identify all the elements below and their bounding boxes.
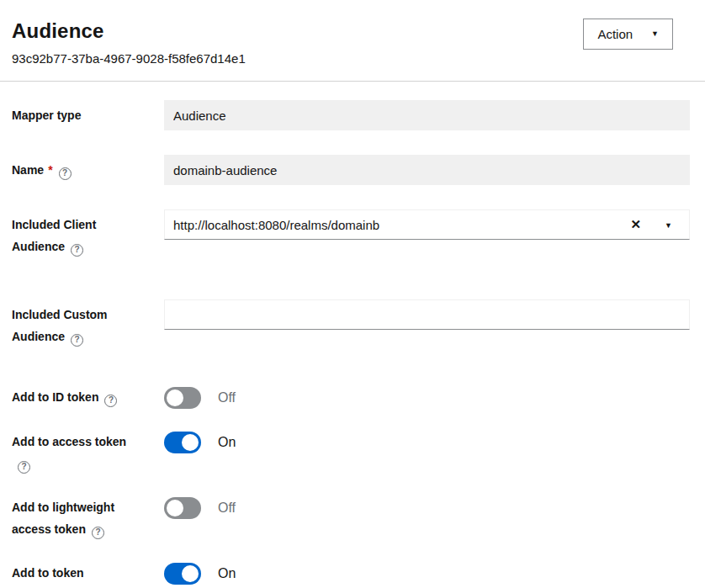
included-client-audience-value: http://localhost:8080/realms/domainb [173,218,619,232]
name-label: Name [12,163,44,177]
action-dropdown-button[interactable]: Action ▼ [583,19,673,50]
add-to-id-token-help-icon[interactable]: ? [104,395,117,407]
add-to-access-token-help-icon[interactable]: ? [18,461,30,474]
clear-selection-icon[interactable]: ✕ [619,210,654,239]
name-help-icon[interactable]: ? [59,167,72,180]
add-to-id-token-label: Add to ID token [12,390,98,404]
add-to-access-token-state-label: On [218,435,236,450]
included-custom-audience-input[interactable] [164,299,690,330]
included-custom-audience-label-col: Included Custom Audience? [12,299,164,347]
form-row-included-client-audience: Included Client Audience? http://localho… [12,209,690,257]
select-caret-down-icon[interactable]: ▼ [653,210,689,239]
add-to-lightweight-access-token-field-col: Off [164,496,690,519]
add-to-lightweight-access-token-switch[interactable] [164,497,201,519]
switch-knob [182,434,199,451]
switch-knob [182,565,199,582]
name-input[interactable] [164,155,690,185]
add-to-id-token-field-col: Off [164,386,690,409]
form-row-add-to-access-token: Add to access token? On [12,431,690,474]
mapper-type-input[interactable] [164,100,690,130]
header-text: Audience 93c92b77-37ba-4967-9028-f58fe67… [12,19,246,67]
add-to-lightweight-access-token-state-label: Off [218,501,236,516]
mapper-type-label-col: Mapper type [12,100,164,126]
page-title: Audience [12,19,246,44]
add-to-token-introspection-label: Add to token introspection [12,566,87,588]
mapper-type-field-col [164,100,690,130]
add-to-token-introspection-state-label: On [218,566,236,581]
included-client-audience-label-col: Included Client Audience? [12,209,164,257]
form-row-add-to-lightweight-access-token: Add to lightweight access token? Off [12,496,690,540]
form-row-included-custom-audience: Included Custom Audience? [12,299,690,347]
form-row-name: Name*? [12,155,690,185]
add-to-access-token-switch[interactable] [164,432,201,453]
name-field-col [164,155,690,185]
page-header: Audience 93c92b77-37ba-4967-9028-f58fe67… [0,0,705,81]
add-to-access-token-label-col: Add to access token? [12,431,164,474]
add-to-id-token-switch[interactable] [164,387,201,409]
included-client-audience-field-col: http://localhost:8080/realms/domainb ✕ ▼ [164,209,690,240]
add-to-lightweight-access-token-help-icon[interactable]: ? [92,527,104,539]
add-to-lightweight-access-token-label-col: Add to lightweight access token? [12,496,164,540]
add-to-access-token-field-col: On [164,431,690,453]
form-row-add-to-token-introspection: Add to token introspection? On [12,562,690,588]
add-to-token-introspection-switch[interactable] [164,563,201,585]
add-to-id-token-state-label: Off [218,390,236,405]
included-custom-audience-field-col [164,299,690,330]
action-dropdown-label: Action [597,27,633,41]
switch-knob [167,500,183,516]
included-custom-audience-label: Included Custom Audience [12,308,108,343]
name-label-col: Name*? [12,155,164,181]
add-to-id-token-label-col: Add to ID token? [12,386,164,408]
mapper-type-label: Mapper type [12,109,81,122]
mapper-details-page: Audience 93c92b77-37ba-4967-9028-f58fe67… [0,0,705,588]
included-client-audience-select[interactable]: http://localhost:8080/realms/domainb ✕ ▼ [164,209,690,240]
caret-down-icon: ▼ [651,30,659,38]
add-to-access-token-label: Add to access token [12,435,126,448]
required-asterisk: * [48,163,52,177]
included-custom-audience-help-icon[interactable]: ? [71,334,83,347]
add-to-token-introspection-field-col: On [164,562,690,585]
mapper-form: Mapper type Name*? Included Client Audie… [0,82,705,588]
form-row-add-to-id-token: Add to ID token? Off [12,386,690,409]
add-to-token-introspection-label-col: Add to token introspection? [12,562,164,588]
included-client-audience-help-icon[interactable]: ? [71,244,83,257]
included-client-audience-label: Included Client Audience [12,218,96,253]
form-row-mapper-type: Mapper type [12,100,690,130]
mapper-id: 93c92b77-37ba-4967-9028-f58fe67d14e1 [12,50,246,67]
switch-knob [167,389,183,406]
